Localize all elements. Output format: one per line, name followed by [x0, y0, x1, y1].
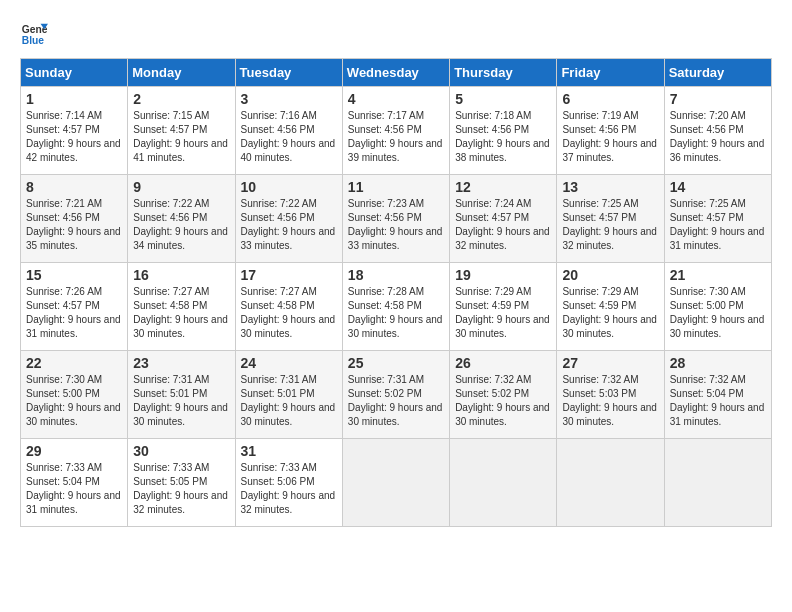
calendar-cell: 2 Sunrise: 7:15 AMSunset: 4:57 PMDayligh… [128, 87, 235, 175]
calendar-cell: 8 Sunrise: 7:21 AMSunset: 4:56 PMDayligh… [21, 175, 128, 263]
calendar-cell: 27 Sunrise: 7:32 AMSunset: 5:03 PMDaylig… [557, 351, 664, 439]
day-number: 14 [670, 179, 766, 195]
day-info: Sunrise: 7:16 AMSunset: 4:56 PMDaylight:… [241, 109, 337, 165]
calendar-cell: 30 Sunrise: 7:33 AMSunset: 5:05 PMDaylig… [128, 439, 235, 527]
calendar-cell: 14 Sunrise: 7:25 AMSunset: 4:57 PMDaylig… [664, 175, 771, 263]
day-number: 7 [670, 91, 766, 107]
day-number: 26 [455, 355, 551, 371]
day-number: 5 [455, 91, 551, 107]
day-number: 1 [26, 91, 122, 107]
day-info: Sunrise: 7:20 AMSunset: 4:56 PMDaylight:… [670, 109, 766, 165]
calendar-cell: 20 Sunrise: 7:29 AMSunset: 4:59 PMDaylig… [557, 263, 664, 351]
day-info: Sunrise: 7:21 AMSunset: 4:56 PMDaylight:… [26, 197, 122, 253]
day-number: 4 [348, 91, 444, 107]
calendar-cell: 28 Sunrise: 7:32 AMSunset: 5:04 PMDaylig… [664, 351, 771, 439]
day-number: 13 [562, 179, 658, 195]
calendar-week-1: 1 Sunrise: 7:14 AMSunset: 4:57 PMDayligh… [21, 87, 772, 175]
day-info: Sunrise: 7:29 AMSunset: 4:59 PMDaylight:… [562, 285, 658, 341]
day-info: Sunrise: 7:33 AMSunset: 5:06 PMDaylight:… [241, 461, 337, 517]
day-number: 6 [562, 91, 658, 107]
calendar-cell: 7 Sunrise: 7:20 AMSunset: 4:56 PMDayligh… [664, 87, 771, 175]
calendar-table: SundayMondayTuesdayWednesdayThursdayFrid… [20, 58, 772, 527]
calendar-cell [342, 439, 449, 527]
calendar-cell: 6 Sunrise: 7:19 AMSunset: 4:56 PMDayligh… [557, 87, 664, 175]
day-info: Sunrise: 7:25 AMSunset: 4:57 PMDaylight:… [562, 197, 658, 253]
day-number: 15 [26, 267, 122, 283]
calendar-cell: 25 Sunrise: 7:31 AMSunset: 5:02 PMDaylig… [342, 351, 449, 439]
weekday-header-tuesday: Tuesday [235, 59, 342, 87]
day-info: Sunrise: 7:19 AMSunset: 4:56 PMDaylight:… [562, 109, 658, 165]
day-number: 28 [670, 355, 766, 371]
day-info: Sunrise: 7:23 AMSunset: 4:56 PMDaylight:… [348, 197, 444, 253]
day-number: 22 [26, 355, 122, 371]
day-info: Sunrise: 7:32 AMSunset: 5:03 PMDaylight:… [562, 373, 658, 429]
day-number: 19 [455, 267, 551, 283]
calendar-cell: 18 Sunrise: 7:28 AMSunset: 4:58 PMDaylig… [342, 263, 449, 351]
calendar-cell [450, 439, 557, 527]
calendar-cell: 19 Sunrise: 7:29 AMSunset: 4:59 PMDaylig… [450, 263, 557, 351]
day-number: 25 [348, 355, 444, 371]
day-number: 23 [133, 355, 229, 371]
day-info: Sunrise: 7:28 AMSunset: 4:58 PMDaylight:… [348, 285, 444, 341]
day-info: Sunrise: 7:27 AMSunset: 4:58 PMDaylight:… [241, 285, 337, 341]
calendar-cell: 17 Sunrise: 7:27 AMSunset: 4:58 PMDaylig… [235, 263, 342, 351]
page-header: General Blue [20, 20, 772, 48]
calendar-cell: 10 Sunrise: 7:22 AMSunset: 4:56 PMDaylig… [235, 175, 342, 263]
day-info: Sunrise: 7:33 AMSunset: 5:04 PMDaylight:… [26, 461, 122, 517]
calendar-cell: 4 Sunrise: 7:17 AMSunset: 4:56 PMDayligh… [342, 87, 449, 175]
day-number: 27 [562, 355, 658, 371]
weekday-header-thursday: Thursday [450, 59, 557, 87]
day-info: Sunrise: 7:31 AMSunset: 5:02 PMDaylight:… [348, 373, 444, 429]
day-number: 16 [133, 267, 229, 283]
svg-text:Blue: Blue [22, 35, 45, 46]
day-info: Sunrise: 7:32 AMSunset: 5:04 PMDaylight:… [670, 373, 766, 429]
day-number: 29 [26, 443, 122, 459]
calendar-cell: 12 Sunrise: 7:24 AMSunset: 4:57 PMDaylig… [450, 175, 557, 263]
calendar-cell: 26 Sunrise: 7:32 AMSunset: 5:02 PMDaylig… [450, 351, 557, 439]
day-number: 21 [670, 267, 766, 283]
day-info: Sunrise: 7:22 AMSunset: 4:56 PMDaylight:… [133, 197, 229, 253]
day-info: Sunrise: 7:22 AMSunset: 4:56 PMDaylight:… [241, 197, 337, 253]
calendar-week-4: 22 Sunrise: 7:30 AMSunset: 5:00 PMDaylig… [21, 351, 772, 439]
day-number: 8 [26, 179, 122, 195]
calendar-cell: 16 Sunrise: 7:27 AMSunset: 4:58 PMDaylig… [128, 263, 235, 351]
calendar-cell: 1 Sunrise: 7:14 AMSunset: 4:57 PMDayligh… [21, 87, 128, 175]
weekday-header-friday: Friday [557, 59, 664, 87]
day-number: 2 [133, 91, 229, 107]
calendar-cell [664, 439, 771, 527]
calendar-week-3: 15 Sunrise: 7:26 AMSunset: 4:57 PMDaylig… [21, 263, 772, 351]
calendar-cell: 9 Sunrise: 7:22 AMSunset: 4:56 PMDayligh… [128, 175, 235, 263]
day-info: Sunrise: 7:32 AMSunset: 5:02 PMDaylight:… [455, 373, 551, 429]
day-info: Sunrise: 7:14 AMSunset: 4:57 PMDaylight:… [26, 109, 122, 165]
logo-icon: General Blue [20, 20, 48, 48]
day-number: 17 [241, 267, 337, 283]
day-number: 30 [133, 443, 229, 459]
calendar-cell [557, 439, 664, 527]
weekday-header-wednesday: Wednesday [342, 59, 449, 87]
calendar-week-5: 29 Sunrise: 7:33 AMSunset: 5:04 PMDaylig… [21, 439, 772, 527]
day-number: 31 [241, 443, 337, 459]
day-info: Sunrise: 7:27 AMSunset: 4:58 PMDaylight:… [133, 285, 229, 341]
calendar-cell: 11 Sunrise: 7:23 AMSunset: 4:56 PMDaylig… [342, 175, 449, 263]
day-info: Sunrise: 7:24 AMSunset: 4:57 PMDaylight:… [455, 197, 551, 253]
day-number: 9 [133, 179, 229, 195]
day-number: 24 [241, 355, 337, 371]
calendar-cell: 24 Sunrise: 7:31 AMSunset: 5:01 PMDaylig… [235, 351, 342, 439]
calendar-cell: 29 Sunrise: 7:33 AMSunset: 5:04 PMDaylig… [21, 439, 128, 527]
day-number: 3 [241, 91, 337, 107]
day-info: Sunrise: 7:30 AMSunset: 5:00 PMDaylight:… [670, 285, 766, 341]
day-info: Sunrise: 7:25 AMSunset: 4:57 PMDaylight:… [670, 197, 766, 253]
day-info: Sunrise: 7:18 AMSunset: 4:56 PMDaylight:… [455, 109, 551, 165]
calendar-cell: 5 Sunrise: 7:18 AMSunset: 4:56 PMDayligh… [450, 87, 557, 175]
calendar-cell: 15 Sunrise: 7:26 AMSunset: 4:57 PMDaylig… [21, 263, 128, 351]
logo: General Blue [20, 20, 52, 48]
day-number: 12 [455, 179, 551, 195]
day-info: Sunrise: 7:31 AMSunset: 5:01 PMDaylight:… [133, 373, 229, 429]
weekday-header-row: SundayMondayTuesdayWednesdayThursdayFrid… [21, 59, 772, 87]
calendar-cell: 21 Sunrise: 7:30 AMSunset: 5:00 PMDaylig… [664, 263, 771, 351]
day-number: 20 [562, 267, 658, 283]
day-info: Sunrise: 7:31 AMSunset: 5:01 PMDaylight:… [241, 373, 337, 429]
weekday-header-sunday: Sunday [21, 59, 128, 87]
calendar-week-2: 8 Sunrise: 7:21 AMSunset: 4:56 PMDayligh… [21, 175, 772, 263]
day-info: Sunrise: 7:17 AMSunset: 4:56 PMDaylight:… [348, 109, 444, 165]
